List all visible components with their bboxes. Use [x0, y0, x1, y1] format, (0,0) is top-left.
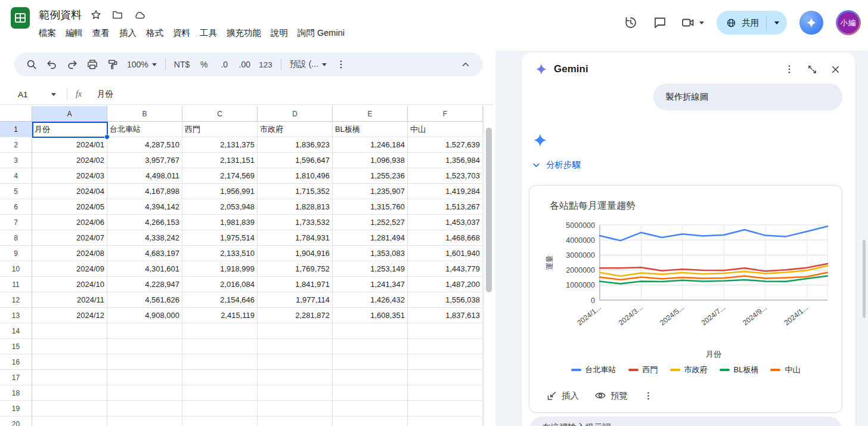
version-history-icon[interactable]: [622, 14, 639, 31]
cell-D9[interactable]: 1,904,916: [258, 246, 333, 261]
cell-E8[interactable]: 1,281,494: [333, 230, 408, 246]
cell-B5[interactable]: 4,167,898: [107, 184, 182, 199]
menu-item-9[interactable]: 詢問 Gemini: [293, 26, 349, 41]
cell-F10[interactable]: 1,443,779: [408, 261, 483, 277]
cell-F6[interactable]: 1,513,267: [408, 199, 483, 215]
cell-A2[interactable]: 2024/01: [32, 137, 107, 153]
cell-A10[interactable]: 2024/09: [32, 261, 107, 277]
cell-A14[interactable]: [32, 323, 107, 339]
cell-A3[interactable]: 2024/02: [32, 153, 107, 168]
column-header-F[interactable]: F: [408, 106, 483, 122]
cell-F9[interactable]: 1,601,940: [408, 246, 483, 261]
format-percent-button[interactable]: %: [194, 55, 214, 73]
cell-E11[interactable]: 1,241,347: [333, 277, 408, 292]
sheet-vertical-scrollbar[interactable]: [483, 106, 493, 426]
formula-input[interactable]: 月份: [97, 89, 113, 100]
cell-F7[interactable]: 1,453,037: [408, 215, 483, 230]
cell-A9[interactable]: 2024/08: [32, 246, 107, 261]
move-icon[interactable]: [110, 8, 125, 22]
cell-C8[interactable]: 1,975,514: [182, 230, 258, 246]
cell-F20[interactable]: [408, 416, 483, 426]
document-title[interactable]: 範例資料: [39, 8, 82, 22]
row-header-12[interactable]: 12: [0, 292, 32, 308]
cell-C18[interactable]: [182, 385, 258, 401]
cell-B9[interactable]: 4,683,197: [107, 246, 182, 261]
cell-A8[interactable]: 2024/07: [32, 230, 107, 246]
gemini-button[interactable]: [799, 11, 823, 35]
cell-A5[interactable]: 2024/04: [32, 184, 107, 199]
number-format-button[interactable]: 123: [255, 55, 277, 73]
cell-D4[interactable]: 1,810,496: [258, 168, 333, 184]
undo-icon[interactable]: [42, 55, 62, 73]
cell-C2[interactable]: 2,131,375: [182, 137, 258, 153]
row-header-7[interactable]: 7: [0, 215, 32, 230]
row-header-11[interactable]: 11: [0, 277, 32, 292]
cell-A12[interactable]: 2024/11: [32, 292, 107, 308]
cell-F19[interactable]: [408, 401, 483, 416]
cell-D16[interactable]: [258, 354, 333, 370]
cell-B4[interactable]: 4,498,011: [107, 168, 182, 184]
menu-item-7[interactable]: 擴充功能: [222, 26, 266, 41]
cell-C16[interactable]: [182, 354, 258, 370]
cell-D10[interactable]: 1,769,752: [258, 261, 333, 277]
cell-B14[interactable]: [107, 323, 182, 339]
cell-E10[interactable]: 1,253,149: [333, 261, 408, 277]
cell-B19[interactable]: [107, 401, 182, 416]
cell-E20[interactable]: [333, 416, 408, 426]
chart-more-icon[interactable]: [638, 387, 658, 405]
cell-C4[interactable]: 2,174,569: [182, 168, 258, 184]
column-header-B[interactable]: B: [107, 106, 182, 122]
menu-item-5[interactable]: 資料: [168, 26, 195, 41]
cell-C3[interactable]: 2,131,151: [182, 153, 258, 168]
redo-icon[interactable]: [62, 55, 82, 73]
cell-A6[interactable]: 2024/05: [32, 199, 107, 215]
cell-C7[interactable]: 1,981,839: [182, 215, 258, 230]
cell-F2[interactable]: 1,527,639: [408, 137, 483, 153]
row-header-8[interactable]: 8: [0, 230, 32, 246]
cell-F16[interactable]: [408, 354, 483, 370]
row-header-15[interactable]: 15: [0, 339, 32, 354]
search-icon[interactable]: [21, 55, 42, 73]
row-header-18[interactable]: 18: [0, 385, 32, 401]
share-dropdown-icon[interactable]: [767, 21, 787, 24]
cell-B3[interactable]: 3,957,767: [107, 153, 182, 168]
share-button[interactable]: 共用: [717, 11, 787, 35]
row-header-5[interactable]: 5: [0, 184, 32, 199]
cell-D11[interactable]: 1,841,971: [258, 277, 333, 292]
column-header-D[interactable]: D: [258, 106, 333, 122]
cell-D12[interactable]: 1,977,114: [258, 292, 333, 308]
column-header-E[interactable]: E: [333, 106, 408, 122]
row-header-2[interactable]: 2: [0, 137, 32, 153]
prompt-input[interactable]: 在這裡輸入提示詞: [529, 416, 842, 426]
cell-C15[interactable]: [182, 339, 258, 354]
column-header-A[interactable]: A: [32, 106, 107, 122]
font-style-select[interactable]: 預設 (...: [286, 55, 331, 73]
cell-E12[interactable]: 1,426,432: [333, 292, 408, 308]
cell-F1[interactable]: 中山: [408, 122, 483, 137]
cell-D6[interactable]: 1,828,813: [258, 199, 333, 215]
cell-B12[interactable]: 4,561,626: [107, 292, 182, 308]
cell-A4[interactable]: 2024/03: [32, 168, 107, 184]
cell-C17[interactable]: [182, 370, 258, 385]
row-header-17[interactable]: 17: [0, 370, 32, 385]
cell-D19[interactable]: [258, 401, 333, 416]
name-box[interactable]: A1: [0, 90, 62, 99]
cell-C12[interactable]: 2,154,646: [182, 292, 258, 308]
cell-D3[interactable]: 1,596,647: [258, 153, 333, 168]
menu-item-0[interactable]: 檔案: [34, 26, 61, 41]
cell-C5[interactable]: 1,956,991: [182, 184, 258, 199]
row-header-4[interactable]: 4: [0, 168, 32, 184]
sheet-scrollbar-thumb[interactable]: [486, 128, 492, 292]
row-header-20[interactable]: 20: [0, 416, 32, 426]
cell-B16[interactable]: [107, 354, 182, 370]
cell-E5[interactable]: 1,235,907: [333, 184, 408, 199]
zoom-select[interactable]: 100%: [123, 55, 161, 73]
name-box-dropdown-icon[interactable]: [51, 93, 56, 96]
cell-A20[interactable]: [32, 416, 107, 426]
cell-B13[interactable]: 4,908,000: [107, 308, 182, 323]
panel-scrollbar-thumb[interactable]: [863, 240, 866, 318]
star-icon[interactable]: [89, 8, 103, 22]
panel-more-icon[interactable]: [784, 64, 795, 75]
cell-C20[interactable]: [182, 416, 258, 426]
select-all-corner[interactable]: [0, 106, 32, 122]
